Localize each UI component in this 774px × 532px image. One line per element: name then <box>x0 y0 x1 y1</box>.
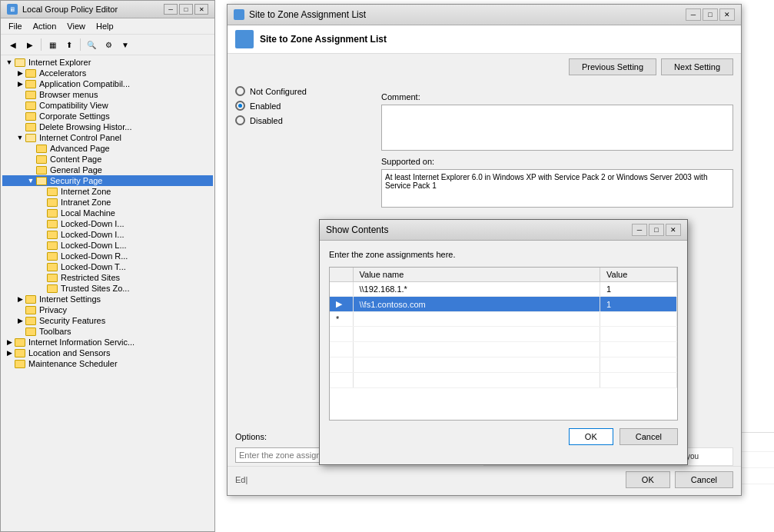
supported-text-area: At least Internet Explorer 6.0 in Window… <box>381 169 733 208</box>
toolbar-sep-1 <box>41 38 42 51</box>
row-name-3[interactable] <box>353 312 600 327</box>
tree-item-compatibility-view[interactable]: Compatibility View <box>2 100 213 111</box>
tree-item-delete-browsing[interactable]: Delete Browsing Histor... <box>2 121 213 132</box>
sc-cancel-btn[interactable]: Cancel <box>620 428 678 445</box>
folder-icon <box>47 198 58 207</box>
folder-icon <box>36 145 47 153</box>
tree-item-toolbars[interactable]: Toolbars <box>2 326 213 337</box>
gpe-minimize-btn[interactable]: ─ <box>164 4 178 15</box>
sc-restore-btn[interactable]: □ <box>649 224 664 236</box>
supported-label: Supported on: <box>381 157 733 166</box>
menu-view[interactable]: View <box>62 20 90 32</box>
folder-icon <box>47 284 58 293</box>
tree-item-browser-menus[interactable]: Browser menus <box>2 89 213 100</box>
show-hide-btn[interactable]: ▦ <box>45 37 60 52</box>
row-arrow-2: ▶ <box>330 297 353 312</box>
tree-item-security-page[interactable]: ▼ Security Page <box>2 175 213 186</box>
folder-icon <box>25 306 36 314</box>
folder-icon <box>47 220 58 228</box>
sc-col-value: Value <box>600 268 677 282</box>
radio-not-configured[interactable]: Not Configured <box>235 86 374 96</box>
tree-item-internet-zone[interactable]: Internet Zone <box>2 186 213 197</box>
row-name-2[interactable]: \\fs1.contoso.com <box>353 297 600 312</box>
tree-item-intranet-zone[interactable]: Intranet Zone <box>2 197 213 208</box>
sc-description: Enter the zone assignments here. <box>329 250 678 259</box>
tree-item-corporate-settings[interactable]: Corporate Settings <box>2 111 213 121</box>
tree-item-app-compat[interactable]: ▶ Application Compatibil... <box>2 78 213 89</box>
folder-icon <box>47 241 58 250</box>
tree-item-location-sensors[interactable]: ▶ Location and Sensors <box>2 347 213 358</box>
gpe-title: Local Group Policy Editor <box>22 5 118 14</box>
back-btn[interactable]: ◀ <box>5 37 21 52</box>
folder-icon <box>15 338 25 347</box>
filter-btn[interactable]: ▼ <box>118 37 133 52</box>
tree-item-locked-down-r[interactable]: Locked-Down R... <box>2 251 213 261</box>
tree-item-internet-control-panel[interactable]: ▼ Internet Control Panel <box>2 132 213 143</box>
gpe-window: 🖥 Local Group Policy Editor ─ □ ✕ File A… <box>0 0 215 532</box>
sc-col-value-name: Value name <box>353 268 600 282</box>
gpe-close-btn[interactable]: ✕ <box>194 4 208 15</box>
tree-item-restricted-sites[interactable]: Restricted Sites <box>2 272 213 283</box>
zone-restore-btn[interactable]: □ <box>703 8 718 21</box>
tree-item-locked-down-i1[interactable]: Locked-Down I... <box>2 218 213 229</box>
zone-cancel-btn[interactable]: Cancel <box>675 471 733 488</box>
forward-btn[interactable]: ▶ <box>22 37 38 52</box>
zone-ok-btn[interactable]: OK <box>626 471 670 488</box>
tree-panel: ▼ Internet Explorer ▶ Accelerators ▶ App… <box>1 55 214 524</box>
up-btn[interactable]: ⬆ <box>61 37 77 52</box>
menu-file[interactable]: File <box>4 20 27 32</box>
folder-icon <box>25 69 36 78</box>
sc-ok-btn[interactable]: OK <box>569 428 613 445</box>
tree-item-content-page[interactable]: Content Page <box>2 154 213 165</box>
show-contents-dialog: Show Contents ─ □ ✕ Enter the zone assig… <box>319 219 688 465</box>
zone-title: Site to Zone Assignment List <box>249 9 681 20</box>
row-value-1[interactable]: 1 <box>600 282 677 297</box>
tree-item-general-page[interactable]: General Page <box>2 165 213 175</box>
tree-item-privacy[interactable]: Privacy <box>2 304 213 315</box>
zone-close-btn[interactable]: ✕ <box>719 8 735 21</box>
tree-item-internet-settings[interactable]: ▶ Internet Settings <box>2 294 213 304</box>
comment-textarea[interactable] <box>381 105 733 151</box>
sc-col-arrow <box>330 268 353 282</box>
folder-icon <box>25 328 36 336</box>
row-value-2[interactable]: 1 <box>600 297 677 312</box>
tree-item-accelerators[interactable]: ▶ Accelerators <box>2 68 213 78</box>
sc-minimize-btn[interactable]: ─ <box>632 224 647 236</box>
settings-btn[interactable]: ⚙ <box>101 37 116 52</box>
next-setting-btn[interactable]: Next Setting <box>661 58 733 75</box>
folder-icon <box>25 317 36 325</box>
tree-item-trusted-sites[interactable]: Trusted Sites Zo... <box>2 283 213 294</box>
folder-icon <box>15 360 25 368</box>
menu-action[interactable]: Action <box>28 20 61 32</box>
folder-icon <box>47 209 58 218</box>
radio-label-disabled: Disabled <box>250 116 283 125</box>
row-value-3[interactable] <box>600 312 677 327</box>
prev-setting-btn[interactable]: Previous Setting <box>569 58 656 75</box>
radio-disabled[interactable]: Disabled <box>235 115 374 125</box>
radio-enabled[interactable]: Enabled <box>235 101 374 111</box>
zone-minimize-btn[interactable]: ─ <box>686 8 701 21</box>
folder-icon <box>25 112 36 121</box>
folder-icon <box>47 188 58 196</box>
gpe-maximize-btn[interactable]: □ <box>179 4 193 15</box>
tree-item-security-features[interactable]: ▶ Security Features <box>2 315 213 326</box>
new-window-btn[interactable]: 🔍 <box>84 37 99 52</box>
folder-icon <box>25 101 36 110</box>
table-row[interactable]: ▶ \\fs1.contoso.com 1 <box>330 297 677 312</box>
table-row[interactable]: * <box>330 312 677 327</box>
table-row[interactable]: \\192.168.1.* 1 <box>330 282 677 297</box>
zone-toolbar: Previous Setting Next Setting <box>228 54 741 80</box>
tree-item-locked-down-t[interactable]: Locked-Down T... <box>2 261 213 272</box>
tree-item-maintenance-scheduler[interactable]: Maintenance Scheduler <box>2 358 213 369</box>
tree-item-local-machine[interactable]: Local Machine <box>2 208 213 218</box>
tree-item-locked-down-l[interactable]: Locked-Down L... <box>2 240 213 251</box>
tree-item-iis[interactable]: ▶ Internet Information Servic... <box>2 337 213 347</box>
tree-item-internet-explorer[interactable]: ▼ Internet Explorer <box>2 57 213 68</box>
tree-item-advanced-page[interactable]: Advanced Page <box>2 143 213 154</box>
row-name-1[interactable]: \\192.168.1.* <box>353 282 600 297</box>
menu-help[interactable]: Help <box>91 20 118 32</box>
tree-item-locked-down-i2[interactable]: Locked-Down I... <box>2 229 213 240</box>
zone-titlebar: Site to Zone Assignment List ─ □ ✕ <box>228 5 741 25</box>
folder-icon <box>47 252 58 261</box>
sc-close-btn[interactable]: ✕ <box>666 224 681 236</box>
